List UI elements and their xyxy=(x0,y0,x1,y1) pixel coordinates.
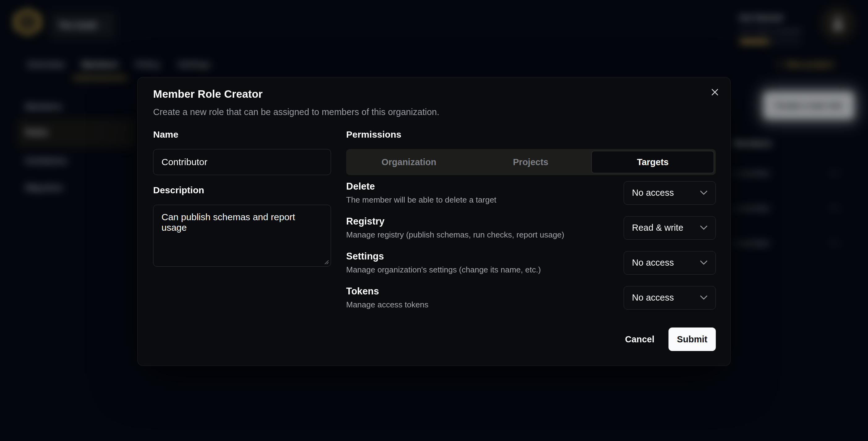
tab-organization[interactable]: Organization xyxy=(348,151,470,173)
delete-access-select[interactable]: No access xyxy=(624,181,716,205)
tokens-access-select[interactable]: No access xyxy=(624,286,716,310)
select-value: No access xyxy=(632,188,674,198)
close-button[interactable] xyxy=(707,84,723,100)
description-label: Description xyxy=(153,185,204,195)
permission-title: Settings xyxy=(346,251,541,262)
permission-description: The member will be able to delete a targ… xyxy=(346,195,496,205)
chevron-down-icon xyxy=(700,295,708,300)
name-input[interactable] xyxy=(153,149,331,175)
tab-targets[interactable]: Targets xyxy=(591,151,714,173)
permission-description: Manage organization's settings (change i… xyxy=(346,265,541,275)
chevron-down-icon xyxy=(700,225,708,230)
permissions-label: Permissions xyxy=(346,129,401,140)
registry-access-select[interactable]: Read & write xyxy=(624,216,716,240)
settings-access-select[interactable]: No access xyxy=(624,251,716,275)
permissions-tablist: Organization Projects Targets xyxy=(346,149,716,175)
description-textarea[interactable]: Can publish schemas and report usage xyxy=(153,205,331,266)
description-value: Can publish schemas and report usage xyxy=(161,212,295,232)
member-role-creator-modal: Member Role Creator Create a new role th… xyxy=(137,77,731,366)
permission-rows: Delete The member will be able to delete… xyxy=(346,181,716,310)
permission-row-registry: Registry Manage registry (publish schema… xyxy=(346,216,716,240)
chevron-down-icon xyxy=(700,260,708,265)
permission-row-delete: Delete The member will be able to delete… xyxy=(346,181,716,205)
permission-description: Manage access tokens xyxy=(346,300,428,310)
modal-subtitle: Create a new role that can be assigned t… xyxy=(153,107,439,117)
name-label: Name xyxy=(153,129,179,140)
modal-title: Member Role Creator xyxy=(153,88,262,100)
tab-projects[interactable]: Projects xyxy=(470,151,592,173)
resize-handle-icon[interactable] xyxy=(323,258,329,265)
select-value: No access xyxy=(632,292,674,303)
permission-description: Manage registry (publish schemas, run ch… xyxy=(346,230,564,240)
cancel-button[interactable]: Cancel xyxy=(617,327,663,351)
select-value: No access xyxy=(632,258,674,268)
permission-row-tokens: Tokens Manage access tokens No access xyxy=(346,286,716,310)
chevron-down-icon xyxy=(700,190,708,195)
permission-title: Delete xyxy=(346,181,496,192)
permission-row-settings: Settings Manage organization's settings … xyxy=(346,251,716,275)
app-screen: The Guild Get Started 3 of 7 tasks compl… xyxy=(0,0,868,441)
permission-title: Registry xyxy=(346,216,564,227)
permission-title: Tokens xyxy=(346,286,428,297)
close-icon xyxy=(710,88,719,97)
select-value: Read & write xyxy=(632,223,683,233)
submit-button[interactable]: Submit xyxy=(669,327,716,351)
